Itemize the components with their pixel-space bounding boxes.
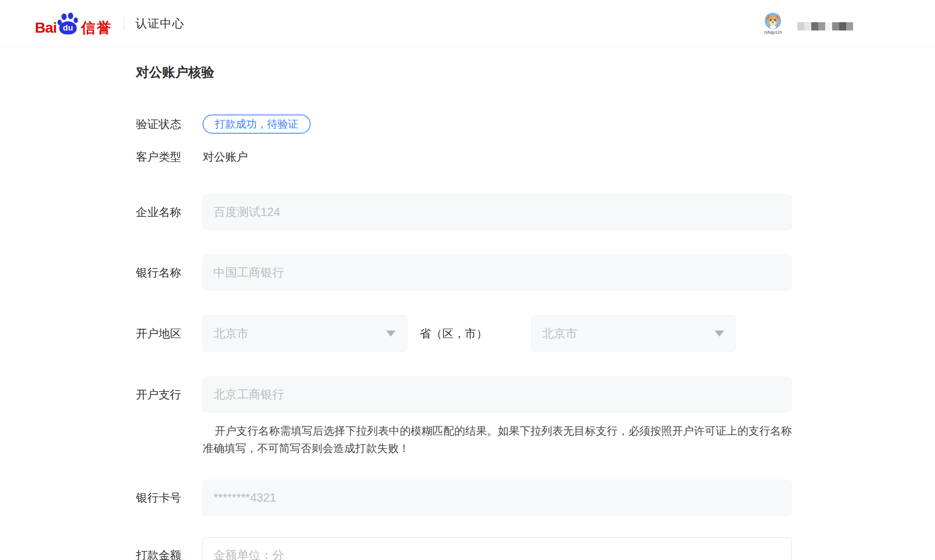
baidu-paw-icon: du (58, 12, 78, 35)
customer-type-row: 客户类型 对公账户 (136, 149, 935, 165)
card-number-label: 银行卡号 (136, 490, 203, 506)
bank-name-row: 银行名称 (136, 255, 935, 290)
header-divider (124, 17, 124, 30)
bank-name-label: 银行名称 (136, 265, 203, 280)
company-name-row: 企业名称 (136, 194, 935, 230)
verify-status-label: 验证状态 (136, 117, 203, 132)
city-select-value: 北京市 (542, 326, 577, 341)
chevron-down-icon (715, 331, 724, 337)
amount-input[interactable] (203, 537, 792, 560)
redacted-account-name (797, 22, 853, 30)
logo-text-bai: Bai (35, 20, 57, 35)
company-name-input[interactable] (203, 194, 792, 230)
branch-row: 开户支行 (136, 377, 935, 412)
region-separator-label: 省（区，市） (420, 326, 488, 341)
logo-text-du: du (59, 22, 77, 34)
customer-type-label: 客户类型 (136, 149, 203, 165)
username: zybqjy123 (764, 30, 782, 34)
bank-region-label: 开户地区 (136, 326, 203, 341)
card-number-row: 银行卡号 (136, 480, 935, 516)
branch-input[interactable] (203, 377, 792, 412)
bank-name-input[interactable] (203, 255, 792, 290)
header: Bai du 信誉 认证中心 zybqjy12 (0, 0, 935, 47)
status-badge: 打款成功，待验证 (203, 115, 311, 134)
province-select-value: 北京市 (213, 326, 249, 341)
baidu-xinyu-logo[interactable]: Bai du 信誉 (35, 12, 112, 35)
card-number-input[interactable] (203, 480, 792, 516)
company-name-label: 企业名称 (136, 205, 203, 220)
branch-note: 开户支行名称需填写后选择下拉列表中的模糊匹配的结果。如果下拉列表无目标支行，必须… (203, 422, 802, 457)
bear-avatar-icon[interactable] (765, 13, 781, 29)
branch-label: 开户支行 (136, 387, 203, 402)
customer-type-value: 对公账户 (203, 149, 248, 165)
bank-region-row: 开户地区 北京市 省（区，市） 北京市 (136, 315, 935, 352)
verify-status-row: 验证状态 打款成功，待验证 (136, 115, 935, 134)
city-select[interactable]: 北京市 (531, 315, 736, 352)
logo-text-xinyu: 信誉 (81, 20, 112, 35)
amount-label: 打款金额 (136, 548, 203, 560)
chevron-down-icon (386, 331, 396, 337)
site-section-title: 认证中心 (136, 16, 184, 31)
page-title: 对公账户核验 (136, 64, 935, 81)
amount-row: 打款金额 (136, 537, 935, 560)
province-select[interactable]: 北京市 (203, 315, 407, 352)
user-menu[interactable]: zybqjy123 (764, 13, 782, 34)
